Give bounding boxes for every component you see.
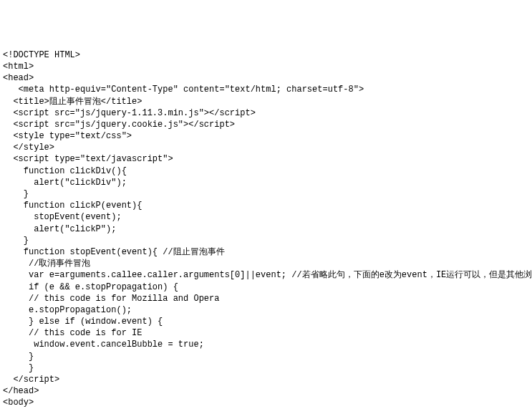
- code-line: stopEvent(event);: [3, 212, 122, 222]
- code-line: } else if (window.event) {: [3, 317, 163, 327]
- code-line: <meta http-equiv="Content-Type" content=…: [3, 85, 364, 95]
- code-line: <script src="js/jquery-1.11.3.min.js"></…: [3, 108, 256, 118]
- code-line: <html>: [3, 62, 34, 72]
- code-line: }: [3, 189, 29, 199]
- code-block: <!DOCTYPE HTML> <html> <head> <meta http…: [3, 49, 529, 409]
- code-line: }: [3, 236, 29, 246]
- code-line: function clickP(event){: [3, 201, 142, 211]
- code-line: </script>: [3, 375, 59, 385]
- code-line: <!DOCTYPE HTML>: [3, 50, 80, 60]
- code-line: <head>: [3, 73, 34, 83]
- code-line: e.stopPropagation();: [3, 305, 132, 315]
- code-line: <script type="text/javascript">: [3, 154, 173, 164]
- code-line: function clickDiv(){: [3, 166, 127, 176]
- code-line: }: [3, 352, 34, 362]
- code-line: alert("clickP");: [3, 224, 116, 234]
- code-line: </style>: [3, 143, 54, 153]
- code-line: if (e && e.stopPropagation) {: [3, 282, 178, 292]
- code-line: <style type="text/css">: [3, 131, 132, 141]
- code-line: // this code is for IE: [3, 328, 142, 338]
- code-line: <script src="js/jquery.cookie.js"></scri…: [3, 120, 235, 130]
- code-line: </head>: [3, 386, 39, 396]
- code-line: <title>阻止事件冒泡</title>: [3, 97, 142, 107]
- code-line: window.event.cancelBubble = true;: [3, 340, 204, 350]
- code-line: }: [3, 363, 34, 373]
- code-line: // this code is for Mozilla and Opera: [3, 294, 219, 304]
- code-line: <body>: [3, 398, 34, 408]
- code-line: var e=arguments.callee.caller.arguments[…: [3, 270, 532, 280]
- code-line: function stopEvent(event){ //阻止冒泡事件: [3, 247, 225, 257]
- code-line: //取消事件冒泡: [3, 259, 90, 269]
- code-line: alert("clickDiv");: [3, 178, 127, 188]
